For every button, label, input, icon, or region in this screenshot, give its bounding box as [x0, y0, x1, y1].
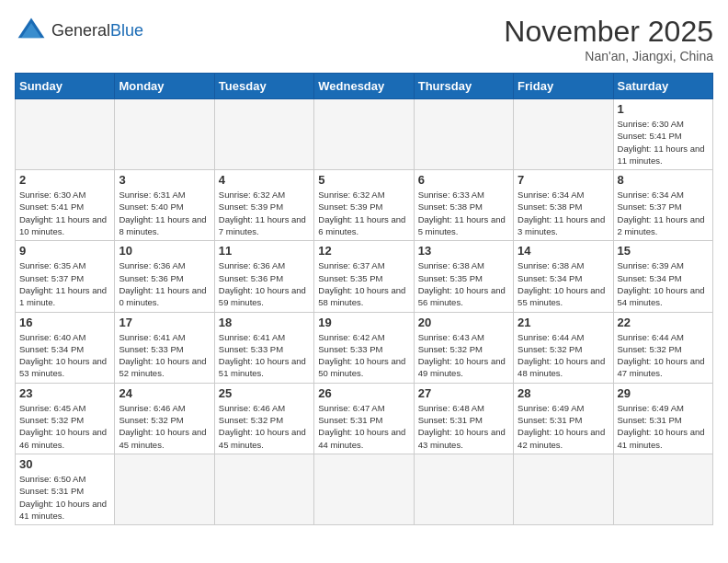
day-number: 22: [618, 316, 709, 329]
calendar-day-cell: 21Sunrise: 6:44 AM Sunset: 5:32 PM Dayli…: [514, 312, 613, 383]
calendar-day-cell: 13Sunrise: 6:38 AM Sunset: 5:35 PM Dayli…: [414, 241, 513, 312]
calendar-day-cell: [115, 99, 214, 170]
day-info: Sunrise: 6:36 AM Sunset: 5:36 PM Dayligh…: [219, 259, 310, 308]
day-number: 28: [518, 386, 609, 400]
calendar-day-cell: [115, 454, 214, 524]
day-number: 23: [19, 386, 110, 400]
day-info: Sunrise: 6:44 AM Sunset: 5:32 PM Dayligh…: [618, 331, 709, 380]
calendar-day-cell: 12Sunrise: 6:37 AM Sunset: 5:35 PM Dayli…: [314, 241, 414, 312]
calendar-day-cell: 2Sunrise: 6:30 AM Sunset: 5:41 PM Daylig…: [16, 170, 115, 241]
day-number: 15: [618, 244, 709, 258]
calendar-week-row: 1Sunrise: 6:30 AM Sunset: 5:41 PM Daylig…: [16, 99, 713, 170]
day-info: Sunrise: 6:40 AM Sunset: 5:34 PM Dayligh…: [19, 331, 110, 380]
calendar-day-cell: [613, 454, 712, 524]
calendar-day-cell: [414, 454, 513, 524]
day-info: Sunrise: 6:37 AM Sunset: 5:35 PM Dayligh…: [318, 259, 409, 308]
day-of-week-header: Friday: [514, 74, 613, 99]
day-number: 24: [119, 386, 210, 400]
calendar-day-cell: 18Sunrise: 6:41 AM Sunset: 5:33 PM Dayli…: [214, 312, 313, 383]
day-info: Sunrise: 6:38 AM Sunset: 5:34 PM Dayligh…: [518, 259, 609, 308]
day-number: 11: [219, 244, 310, 258]
calendar-day-cell: 26Sunrise: 6:47 AM Sunset: 5:31 PM Dayli…: [314, 383, 414, 454]
day-info: Sunrise: 6:38 AM Sunset: 5:35 PM Dayligh…: [418, 259, 509, 308]
day-number: 3: [119, 173, 210, 187]
day-info: Sunrise: 6:39 AM Sunset: 5:34 PM Dayligh…: [618, 259, 709, 308]
calendar-day-cell: 29Sunrise: 6:49 AM Sunset: 5:31 PM Dayli…: [613, 383, 712, 454]
day-info: Sunrise: 6:50 AM Sunset: 5:31 PM Dayligh…: [19, 473, 110, 522]
day-info: Sunrise: 6:31 AM Sunset: 5:40 PM Dayligh…: [119, 189, 210, 237]
day-of-week-header: Saturday: [613, 74, 712, 99]
calendar-day-cell: 14Sunrise: 6:38 AM Sunset: 5:34 PM Dayli…: [514, 241, 613, 312]
day-number: 26: [318, 386, 409, 400]
calendar-week-row: 16Sunrise: 6:40 AM Sunset: 5:34 PM Dayli…: [16, 312, 713, 383]
calendar-day-cell: 4Sunrise: 6:32 AM Sunset: 5:39 PM Daylig…: [214, 170, 313, 241]
logo-text: GeneralBlue: [51, 22, 143, 40]
day-number: 4: [219, 173, 310, 187]
calendar-day-cell: 10Sunrise: 6:36 AM Sunset: 5:36 PM Dayli…: [115, 241, 214, 312]
calendar-day-cell: 6Sunrise: 6:33 AM Sunset: 5:38 PM Daylig…: [414, 170, 513, 241]
day-number: 21: [518, 316, 609, 329]
day-number: 27: [418, 386, 509, 400]
day-info: Sunrise: 6:34 AM Sunset: 5:38 PM Dayligh…: [518, 189, 609, 237]
calendar-day-cell: 19Sunrise: 6:42 AM Sunset: 5:33 PM Dayli…: [314, 312, 414, 383]
calendar-day-cell: 22Sunrise: 6:44 AM Sunset: 5:32 PM Dayli…: [613, 312, 712, 383]
calendar-day-cell: 23Sunrise: 6:45 AM Sunset: 5:32 PM Dayli…: [16, 383, 115, 454]
day-info: Sunrise: 6:32 AM Sunset: 5:39 PM Dayligh…: [219, 189, 310, 237]
day-number: 5: [318, 173, 409, 187]
day-info: Sunrise: 6:49 AM Sunset: 5:31 PM Dayligh…: [518, 402, 609, 451]
logo-icon: [15, 15, 48, 48]
calendar-day-cell: 28Sunrise: 6:49 AM Sunset: 5:31 PM Dayli…: [514, 383, 613, 454]
calendar-day-cell: [314, 454, 414, 524]
calendar-day-cell: 5Sunrise: 6:32 AM Sunset: 5:39 PM Daylig…: [314, 170, 414, 241]
day-number: 18: [219, 316, 310, 329]
day-info: Sunrise: 6:48 AM Sunset: 5:31 PM Dayligh…: [418, 402, 509, 451]
day-info: Sunrise: 6:30 AM Sunset: 5:41 PM Dayligh…: [618, 118, 709, 167]
logo: GeneralBlue: [15, 15, 143, 48]
day-of-week-header: Wednesday: [314, 74, 414, 99]
calendar-day-cell: 27Sunrise: 6:48 AM Sunset: 5:31 PM Dayli…: [414, 383, 513, 454]
day-number: 1: [618, 102, 709, 116]
calendar-day-cell: [214, 99, 313, 170]
day-info: Sunrise: 6:46 AM Sunset: 5:32 PM Dayligh…: [119, 402, 210, 451]
day-number: 13: [418, 244, 509, 258]
calendar-day-cell: 16Sunrise: 6:40 AM Sunset: 5:34 PM Dayli…: [16, 312, 115, 383]
day-info: Sunrise: 6:30 AM Sunset: 5:41 PM Dayligh…: [19, 189, 110, 237]
calendar-week-row: 23Sunrise: 6:45 AM Sunset: 5:32 PM Dayli…: [16, 383, 713, 454]
calendar-day-cell: 15Sunrise: 6:39 AM Sunset: 5:34 PM Dayli…: [613, 241, 712, 312]
calendar-day-cell: [314, 99, 414, 170]
calendar-day-cell: [414, 99, 513, 170]
day-of-week-header: Thursday: [414, 74, 513, 99]
calendar-day-cell: 20Sunrise: 6:43 AM Sunset: 5:32 PM Dayli…: [414, 312, 513, 383]
calendar-day-cell: [514, 99, 613, 170]
day-of-week-header: Sunday: [16, 74, 115, 99]
calendar-week-row: 9Sunrise: 6:35 AM Sunset: 5:37 PM Daylig…: [16, 241, 713, 312]
calendar-day-cell: 8Sunrise: 6:34 AM Sunset: 5:37 PM Daylig…: [613, 170, 712, 241]
month-title: November 2025: [504, 15, 713, 49]
day-number: 29: [618, 386, 709, 400]
calendar-day-cell: 25Sunrise: 6:46 AM Sunset: 5:32 PM Dayli…: [214, 383, 313, 454]
calendar-day-cell: [214, 454, 313, 524]
calendar-day-cell: 3Sunrise: 6:31 AM Sunset: 5:40 PM Daylig…: [115, 170, 214, 241]
calendar-header-row: SundayMondayTuesdayWednesdayThursdayFrid…: [16, 74, 713, 99]
day-of-week-header: Monday: [115, 74, 214, 99]
calendar-day-cell: 11Sunrise: 6:36 AM Sunset: 5:36 PM Dayli…: [214, 241, 313, 312]
day-number: 2: [19, 173, 110, 187]
title-block: November 2025 Nan'an, Jiangxi, China: [504, 15, 713, 63]
day-info: Sunrise: 6:47 AM Sunset: 5:31 PM Dayligh…: [318, 402, 409, 451]
day-info: Sunrise: 6:49 AM Sunset: 5:31 PM Dayligh…: [618, 402, 709, 451]
calendar-table: SundayMondayTuesdayWednesdayThursdayFrid…: [15, 73, 713, 525]
day-number: 14: [518, 244, 609, 258]
day-number: 20: [418, 316, 509, 329]
day-number: 16: [19, 316, 110, 329]
calendar-week-row: 2Sunrise: 6:30 AM Sunset: 5:41 PM Daylig…: [16, 170, 713, 241]
calendar-day-cell: 30Sunrise: 6:50 AM Sunset: 5:31 PM Dayli…: [16, 454, 115, 524]
day-info: Sunrise: 6:41 AM Sunset: 5:33 PM Dayligh…: [119, 331, 210, 380]
day-number: 25: [219, 386, 310, 400]
location-subtitle: Nan'an, Jiangxi, China: [504, 49, 713, 63]
day-info: Sunrise: 6:36 AM Sunset: 5:36 PM Dayligh…: [119, 259, 210, 308]
day-info: Sunrise: 6:41 AM Sunset: 5:33 PM Dayligh…: [219, 331, 310, 380]
day-number: 17: [119, 316, 210, 329]
day-info: Sunrise: 6:34 AM Sunset: 5:37 PM Dayligh…: [618, 189, 709, 237]
calendar-day-cell: [16, 99, 115, 170]
day-info: Sunrise: 6:46 AM Sunset: 5:32 PM Dayligh…: [219, 402, 310, 451]
